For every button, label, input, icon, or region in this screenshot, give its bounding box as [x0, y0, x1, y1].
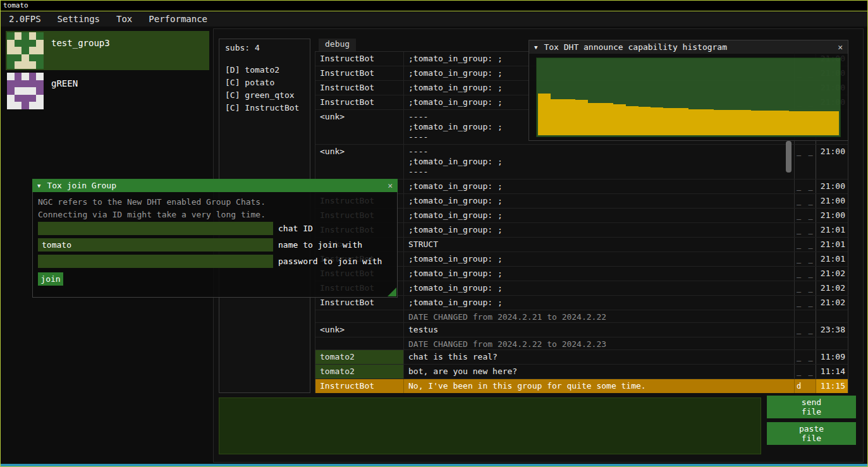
delivery-flags: _ _	[794, 179, 816, 193]
histogram-bar	[814, 111, 826, 135]
timestamp: 11:14	[816, 365, 848, 379]
input-chat-id[interactable]	[38, 222, 273, 235]
tab-debug[interactable]: debug	[319, 39, 356, 51]
histogram-bar	[601, 103, 613, 135]
sender-name: <unk>	[315, 145, 404, 179]
join-button[interactable]: join	[38, 272, 63, 286]
message-text: ;tomato_in_group: ;	[404, 252, 794, 266]
join-group-popup: ▼ Tox join Group ✕ NGC refers to the New…	[32, 179, 398, 298]
histogram-bar	[538, 94, 551, 135]
histogram-bar	[789, 111, 802, 135]
timestamp: 21:00	[816, 179, 848, 193]
timestamp: 21:01	[816, 238, 848, 252]
message-text: chat is this real?	[404, 350, 794, 364]
join-group-title: Tox join Group	[47, 181, 116, 190]
avatar	[7, 32, 44, 69]
dht-histogram-title: Tox DHT announce capability histogram	[544, 42, 727, 52]
chat-row[interactable]: <unk>---- ;tomato_in_group: ; ----_ _21:…	[315, 145, 848, 179]
sender-name: InstructBot	[315, 296, 404, 310]
delivery-flags: _ _	[794, 365, 816, 379]
close-icon[interactable]: ✕	[388, 181, 393, 190]
dht-histogram-window: ▼ Tox DHT announce capability histogram …	[529, 40, 848, 141]
join-popup-body: NGC refers to the New DHT enabled Group …	[32, 192, 398, 298]
chat-row[interactable]: <unk>testus_ _23:38	[315, 323, 848, 337]
contact-green[interactable]: gREEN	[6, 71, 209, 111]
histogram-bar	[575, 100, 588, 135]
histogram-bar	[826, 111, 839, 135]
histogram-bar	[738, 110, 751, 135]
ngc-info-line-2: Connecting via ID might take a very long…	[38, 210, 266, 219]
join-group-titlebar[interactable]: ▼ Tox join Group ✕	[32, 179, 398, 192]
dht-histogram-titlebar[interactable]: ▼ Tox DHT announce capability histogram …	[529, 40, 848, 54]
message-text: STRUCT	[404, 238, 794, 252]
timestamp: 21:01	[816, 252, 848, 266]
histogram-plot	[536, 58, 841, 137]
timestamp	[816, 310, 848, 322]
delivery-flags: d	[794, 379, 816, 393]
window-titlebar[interactable]: tomato	[1, 1, 867, 11]
menu-item-performance[interactable]: Performance	[140, 12, 216, 27]
avatar	[7, 73, 44, 109]
label-password-to-join-with: password to join with	[278, 255, 382, 268]
histogram-bar	[639, 107, 651, 135]
close-icon[interactable]: ✕	[838, 42, 843, 52]
contact-name: gREEN	[51, 78, 78, 88]
message-text: ---- ;tomato_in_group: ; ----	[404, 145, 794, 179]
system-message: DATE CHANGED from 2024.2.21 to 2024.2.22	[404, 310, 794, 322]
histogram-bar	[676, 108, 688, 135]
delivery-flags: _ _	[794, 252, 816, 266]
timestamp: 21:02	[816, 281, 848, 295]
chat-row[interactable]: tomato2chat is this real?_ _11:09	[315, 350, 848, 365]
send-file-button[interactable]: send file	[767, 396, 856, 418]
timestamp	[816, 337, 848, 349]
contact-test-group3[interactable]: test_group3	[6, 31, 209, 70]
input-password-to-join-with[interactable]	[38, 255, 273, 268]
delivery-flags: _ _	[794, 296, 816, 310]
subs-item-d-tomato2[interactable]: [D] tomato2	[225, 64, 304, 76]
menu-item-tox[interactable]: Tox	[108, 12, 140, 27]
contact-list: test_group3gREEN	[6, 31, 209, 112]
timestamp: 21:02	[816, 296, 848, 310]
message-input[interactable]	[219, 397, 761, 454]
timestamp: 21:00	[816, 145, 848, 179]
chat-scrollbar-thumb[interactable]	[786, 141, 792, 173]
sender-name	[315, 310, 404, 322]
timestamp: 21:01	[816, 223, 848, 237]
sender-name: tomato2	[315, 365, 404, 379]
timestamp: 21:02	[816, 267, 848, 281]
sender-name: tomato2	[315, 350, 404, 364]
sender-name: <unk>	[315, 110, 404, 144]
histogram-bar	[563, 99, 576, 135]
message-text: testus	[404, 323, 794, 337]
menu-item-settings[interactable]: Settings	[49, 12, 108, 27]
chat-row[interactable]: InstructBot;tomato_in_group: ;_ _21:02	[315, 296, 848, 310]
fps-counter: 2.0FPS	[1, 12, 49, 27]
delivery-flags: _ _	[794, 267, 816, 281]
message-text: ;tomato_in_group: ;	[404, 209, 794, 222]
chat-row[interactable]: tomato2bot, are you new here?_ _11:14	[315, 365, 848, 379]
paste-file-button[interactable]: paste file	[767, 422, 856, 445]
timestamp: 23:38	[816, 323, 848, 337]
subs-item-c-instructbot[interactable]: [C] InstructBot	[225, 102, 304, 114]
resize-grip[interactable]	[388, 288, 396, 296]
histogram-bar	[663, 108, 676, 135]
histogram-bar	[613, 104, 626, 135]
system-row[interactable]: DATE CHANGED from 2024.2.21 to 2024.2.22	[315, 310, 848, 323]
chat-row[interactable]: InstructBotNo, I've been in this group f…	[315, 379, 848, 393]
input-name-to-join-with[interactable]	[38, 238, 273, 252]
collapse-icon[interactable]: ▼	[534, 44, 537, 51]
message-text: ;tomato_in_group: ;	[404, 194, 794, 208]
sender-name	[315, 337, 404, 349]
subs-item-c-potato[interactable]: [C] potato	[225, 76, 304, 89]
histogram-bar	[714, 110, 726, 135]
message-text: bot, are you new here?	[404, 365, 794, 379]
timestamp: 21:00	[816, 209, 848, 222]
message-text: ;tomato_in_group: ;	[404, 223, 794, 237]
sender-name: InstructBot	[315, 95, 404, 109]
dht-histogram-body	[529, 54, 848, 141]
system-row[interactable]: DATE CHANGED from 2024.2.22 to 2024.2.23	[315, 337, 848, 350]
subs-item-c-green-qtox[interactable]: [C] green_qtox	[225, 89, 304, 102]
histogram-bar	[551, 99, 563, 135]
collapse-icon[interactable]: ▼	[37, 183, 40, 189]
delivery-flags: _ _	[794, 145, 816, 179]
